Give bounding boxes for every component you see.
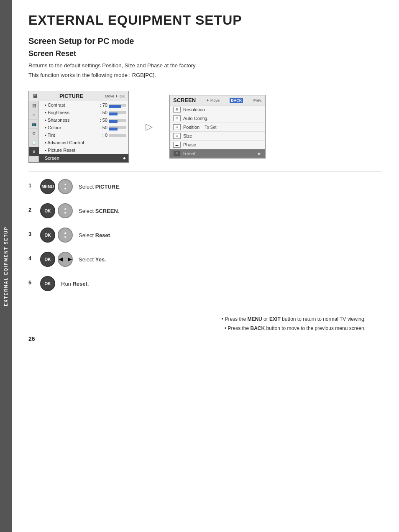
nav-arrows-4: ◄ ► bbox=[57, 256, 73, 263]
reset-icon: ⟳ bbox=[173, 151, 181, 156]
description2: This function works in the following mod… bbox=[28, 72, 382, 78]
ok-button-5[interactable]: OK bbox=[40, 276, 55, 291]
page-title: EXTERNAL EQUIPMENT SETUP bbox=[28, 13, 382, 28]
step-3-text: Select Reset. bbox=[79, 232, 112, 238]
divider bbox=[28, 171, 382, 171]
phase-icon: ▬ bbox=[173, 142, 181, 148]
ok-button-3[interactable]: OK bbox=[40, 228, 55, 243]
sub-heading: Screen Reset bbox=[28, 49, 382, 58]
autoconfig-icon: ⊡ bbox=[173, 115, 181, 121]
picture-menu-title: PICTURE bbox=[59, 93, 83, 99]
ok-button-2[interactable]: OK bbox=[40, 203, 55, 218]
step-1-number: 1 bbox=[28, 182, 34, 189]
sidebar-label: EXTERNAL EQIPMENT SETUP bbox=[4, 226, 8, 306]
menu-item-screen: Screen ● bbox=[39, 154, 128, 162]
nav-arrows-2: ▲ ▼ bbox=[64, 207, 67, 215]
menu-item-brightness: • Brightness : 50 bbox=[39, 109, 128, 116]
step-4-number: 4 bbox=[28, 255, 34, 261]
size-icon: ▭ bbox=[173, 133, 181, 139]
nav-button-2[interactable]: ▲ ▼ bbox=[58, 203, 73, 218]
step-4-text: Select Yes. bbox=[79, 256, 106, 263]
position-icon: ⊟ bbox=[173, 124, 181, 130]
step-5-number: 5 bbox=[28, 279, 34, 286]
screen-item-phase: ▬ Phase bbox=[170, 141, 265, 149]
step-1-text: Select PICTURE. bbox=[79, 184, 120, 190]
description1: Returns to the default settings Position… bbox=[28, 62, 382, 69]
screen-item-position: ⊟ Position To Set bbox=[170, 123, 265, 132]
steps-section: 1 MENU ▲ ▼ Select PICTURE. 2 OK ▲ bbox=[28, 179, 382, 291]
ok-button-4[interactable]: OK bbox=[40, 252, 55, 267]
icon-pic: 🖼 bbox=[29, 101, 39, 110]
page-number: 26 bbox=[28, 335, 382, 342]
nav-button-4-lr[interactable]: ◄ ► bbox=[58, 252, 73, 267]
icon-gear: ⚙ bbox=[29, 129, 39, 138]
picture-menu-icons: 🖼 ☺ 📺 ⚙ 🕐 🖥 bbox=[29, 101, 39, 162]
screen-menu-header: SCREEN ✦ Move BACK Prev. bbox=[170, 95, 265, 105]
icon-face: ☺ bbox=[29, 110, 39, 120]
to-set-label: To Set bbox=[205, 125, 216, 130]
picture-menu-nav: Move ✦ OK bbox=[105, 94, 125, 98]
picture-menu-body: 🖼 ☺ 📺 ⚙ 🕐 🖥 • Contrast : 70 bbox=[29, 101, 128, 162]
picture-menu-items: • Contrast : 70 • Brightness : 50 bbox=[39, 101, 128, 162]
screen-item-autoconfig: ⊡ Auto Config. bbox=[170, 114, 265, 123]
step-4: 4 OK ◄ ► Select Yes. bbox=[28, 252, 382, 267]
icon-screen: 🖥 bbox=[29, 147, 39, 156]
menu-button-1[interactable]: MENU bbox=[40, 179, 55, 194]
menu-item-colour: • Colour : 50 bbox=[39, 124, 128, 131]
sidebar: EXTERNAL EQIPMENT SETUP bbox=[0, 0, 12, 532]
screen-menu-title: SCREEN bbox=[173, 97, 196, 103]
step-3-buttons: OK ▲ ▼ bbox=[40, 228, 73, 243]
screen-menu-box: SCREEN ✦ Move BACK Prev. ⊞ Resolution ⊡ … bbox=[169, 95, 266, 159]
step-3: 3 OK ▲ ▼ Select Reset. bbox=[28, 228, 382, 243]
step-1: 1 MENU ▲ ▼ Select PICTURE. bbox=[28, 179, 382, 194]
menu-item-advanced-control: • Advanced Control bbox=[39, 139, 128, 146]
step-5-text: Run Reset. bbox=[61, 281, 89, 287]
nav-button-1[interactable]: ▲ ▼ bbox=[58, 179, 73, 194]
picture-menu-box: 🖥 PICTURE Move ✦ OK 🖼 ☺ 📺 ⚙ 🕐 🖥 bbox=[28, 91, 129, 163]
step-3-number: 3 bbox=[28, 231, 34, 237]
picture-menu-header: 🖥 PICTURE Move ✦ OK bbox=[29, 91, 128, 101]
menu-item-tint: • Tint : 0 bbox=[39, 131, 128, 139]
resolution-icon: ⊞ bbox=[173, 107, 181, 113]
arrow-right-icon: ▷ bbox=[146, 121, 153, 132]
diagram-area: 🖥 PICTURE Move ✦ OK 🖼 ☺ 📺 ⚙ 🕐 🖥 bbox=[28, 91, 382, 163]
screen-nav-hint: ✦ Move bbox=[206, 98, 220, 102]
nav-arrows-1: ▲ ▼ bbox=[64, 182, 67, 191]
screen-item-size: ▭ Size bbox=[170, 132, 265, 141]
section-heading: Screen Setup for PC mode bbox=[28, 36, 382, 46]
back-label: BACK bbox=[230, 98, 243, 103]
notes-section: • Press the MENU or EXIT button to retur… bbox=[28, 316, 382, 331]
note-2: • Press the BACK button to move to the p… bbox=[225, 325, 366, 331]
icon-clock: 🕐 bbox=[29, 138, 39, 147]
step-1-buttons: MENU ▲ ▼ bbox=[40, 179, 73, 194]
step-2: 2 OK ▲ ▼ Select SCREEN. bbox=[28, 203, 382, 218]
screen-item-reset: ⟳ Reset ► bbox=[170, 149, 265, 158]
step-4-buttons: OK ◄ ► bbox=[40, 252, 73, 267]
step-5-buttons: OK bbox=[40, 276, 55, 291]
menu-item-contrast: • Contrast : 70 bbox=[39, 101, 128, 109]
tv-icon: 🖥 bbox=[32, 93, 38, 99]
menu-item-sharpness: • Sharpness : 50 bbox=[39, 116, 128, 124]
step-2-text: Select SCREEN. bbox=[79, 208, 120, 214]
prev-label: Prev. bbox=[253, 98, 262, 102]
note-1: • Press the MENU or EXIT button to retur… bbox=[222, 316, 366, 322]
screen-item-resolution: ⊞ Resolution bbox=[170, 105, 265, 114]
reset-arrow: ► bbox=[257, 151, 262, 156]
step-2-buttons: OK ▲ ▼ bbox=[40, 203, 73, 218]
nav-arrows-3: ▲ ▼ bbox=[64, 231, 67, 239]
icon-tv: 📺 bbox=[29, 120, 39, 129]
nav-button-3[interactable]: ▲ ▼ bbox=[58, 228, 73, 243]
main-content: EXTERNAL EQUIPMENT SETUP Screen Setup fo… bbox=[12, 0, 399, 359]
menu-item-picture-reset: • Picture Reset bbox=[39, 146, 128, 154]
step-2-number: 2 bbox=[28, 207, 34, 213]
step-5: 5 OK Run Reset. bbox=[28, 276, 382, 291]
